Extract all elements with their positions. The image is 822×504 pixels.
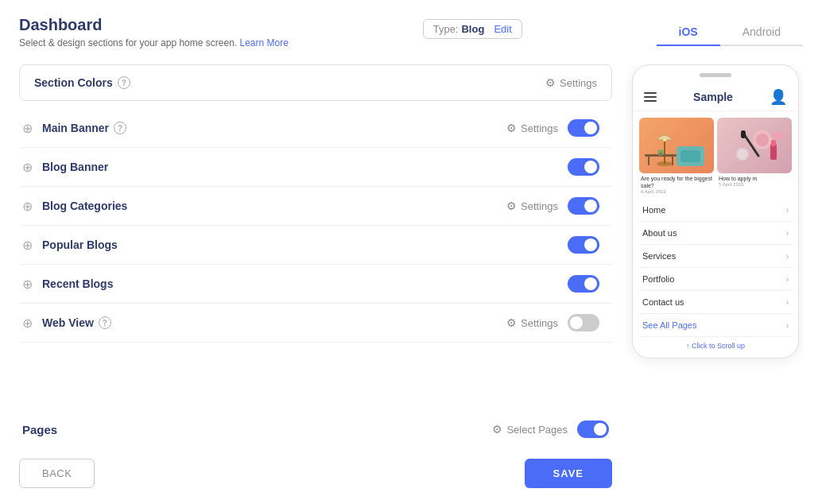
phone-menu-item-portfolio[interactable]: Portfolio › — [639, 268, 792, 291]
learn-more-link[interactable]: Learn More — [240, 37, 289, 48]
phone-frame: Sample 👤 — [632, 64, 799, 359]
blog-image-1 — [639, 118, 714, 173]
phone-menu: Home › About us › Services › Portfolio › — [633, 199, 798, 337]
drag-handle-blog-categories[interactable]: ⊕ — [22, 199, 33, 214]
phone-menu-item-home[interactable]: Home › — [639, 199, 792, 222]
recent-blogs-label: Recent Blogs — [42, 277, 113, 290]
section-colors-label: Section Colors — [34, 76, 113, 89]
blog-categories-label: Blog Categories — [42, 200, 127, 212]
sections-list: ⊕ Main Banner ? ⚙ Settings — [19, 109, 612, 406]
svg-point-18 — [772, 132, 785, 140]
blog1-date: 6 April 2019 — [641, 189, 712, 194]
blog-image-2-svg — [719, 124, 790, 168]
main-banner-toggle[interactable] — [568, 119, 599, 137]
svg-rect-9 — [659, 153, 662, 156]
hamburger-icon[interactable] — [644, 92, 657, 102]
blog-item-1: Are you ready for the biggest sale? 6 Ap… — [639, 118, 714, 196]
pages-row: Pages ⚙ Select Pages — [19, 409, 612, 449]
popular-blogs-label: Popular Blogs — [42, 238, 118, 251]
section-item-blog-categories: ⊕ Blog Categories ⚙ Settings — [19, 187, 612, 226]
page-subtitle: Select & design sections for your app ho… — [19, 37, 289, 48]
phone-menu-item-about[interactable]: About us › — [639, 222, 792, 245]
svg-point-1 — [657, 161, 673, 166]
chevron-icon: › — [786, 206, 789, 215]
select-pages-gear-icon: ⚙ — [492, 423, 502, 436]
web-view-help-icon[interactable]: ? — [99, 316, 111, 329]
blog1-caption: Are you ready for the biggest sale? — [641, 175, 712, 189]
platform-tabs: iOS Android — [657, 19, 803, 46]
drag-handle-popular-blogs[interactable]: ⊕ — [22, 238, 33, 253]
tab-ios[interactable]: iOS — [657, 19, 720, 46]
phone-notch — [633, 73, 798, 77]
blog-banner-toggle[interactable] — [568, 158, 599, 176]
section-item-blog-banner: ⊕ Blog Banner — [19, 148, 612, 187]
svg-point-17 — [738, 149, 747, 159]
footer-buttons: BACK SAVE — [19, 459, 612, 488]
blog-categories-settings[interactable]: ⚙ Settings — [506, 200, 558, 212]
phone-sample-title: Sample — [693, 91, 733, 103]
blog2-caption: How to apply m — [719, 175, 790, 182]
type-label: Type: — [433, 23, 459, 35]
section-item-web-view: ⊕ Web View ? ⚙ Settings — [19, 304, 612, 343]
blog-image-1-svg — [641, 124, 712, 168]
main-banner-settings[interactable]: ⚙ Settings — [506, 122, 558, 134]
svg-rect-13 — [741, 130, 746, 138]
drag-handle-web-view[interactable]: ⊕ — [22, 316, 33, 331]
phone-menu-item-see-all[interactable]: See All Pages › — [639, 314, 792, 337]
chevron-icon: › — [786, 298, 789, 307]
drag-handle-recent-blogs[interactable]: ⊕ — [22, 277, 33, 292]
section-colors-help-icon[interactable]: ? — [118, 76, 130, 89]
select-pages-button[interactable]: ⚙ Select Pages — [492, 423, 568, 436]
main-banner-help-icon[interactable]: ? — [114, 122, 126, 134]
chevron-icon: › — [786, 229, 789, 238]
pages-toggle[interactable] — [577, 421, 609, 438]
scroll-hint[interactable]: ↑ Click to Scroll up — [633, 337, 798, 358]
type-value: Blog — [461, 23, 484, 35]
section-colors-settings[interactable]: ⚙ Settings — [545, 76, 597, 89]
svg-point-11 — [756, 134, 769, 146]
page-title: Dashboard — [19, 16, 289, 34]
blog-banner-label: Blog Banner — [42, 161, 108, 173]
phone-preview: Sample 👤 — [628, 64, 803, 488]
recent-blogs-toggle[interactable] — [568, 275, 599, 293]
popular-blogs-toggle[interactable] — [568, 236, 599, 254]
blog-categories-gear-icon: ⚙ — [506, 200, 517, 212]
web-view-settings[interactable]: ⚙ Settings — [506, 316, 558, 329]
notch-bar — [700, 73, 731, 77]
blog2-date: 5 April 2019 — [719, 182, 790, 187]
svg-rect-7 — [680, 150, 700, 162]
phone-topbar: Sample 👤 — [633, 83, 798, 111]
web-view-gear-icon: ⚙ — [506, 316, 517, 329]
svg-point-2 — [663, 138, 666, 142]
edit-button[interactable]: Edit — [494, 23, 511, 35]
section-item-recent-blogs: ⊕ Recent Blogs — [19, 265, 612, 304]
drag-handle-main-banner[interactable]: ⊕ — [22, 121, 33, 136]
section-item-main-banner: ⊕ Main Banner ? ⚙ Settings — [19, 109, 612, 148]
web-view-label: Web View — [42, 316, 94, 329]
web-view-toggle[interactable] — [568, 314, 599, 331]
gear-icon: ⚙ — [545, 76, 556, 89]
blog-images: Are you ready for the biggest sale? 6 Ap… — [633, 111, 798, 199]
main-banner-gear-icon: ⚙ — [506, 122, 517, 134]
section-item-popular-blogs: ⊕ Popular Blogs — [19, 226, 612, 265]
main-banner-label: Main Banner — [42, 122, 109, 134]
section-colors-bar: Section Colors ? ⚙ Settings — [19, 64, 612, 101]
phone-menu-item-contact[interactable]: Contact us › — [639, 291, 792, 314]
blog-image-2 — [717, 118, 792, 173]
save-button[interactable]: SAVE — [525, 459, 612, 488]
blog-categories-toggle[interactable] — [568, 197, 599, 215]
svg-rect-15 — [771, 140, 776, 146]
chevron-icon: › — [786, 275, 789, 284]
blog-item-2: How to apply m 5 April 2019 — [717, 118, 792, 196]
chevron-icon-see-all: › — [786, 321, 789, 330]
pages-label: Pages — [22, 423, 492, 436]
tab-android[interactable]: Android — [720, 19, 803, 46]
drag-handle-blog-banner[interactable]: ⊕ — [22, 160, 33, 175]
back-button[interactable]: BACK — [19, 459, 95, 488]
chevron-icon: › — [786, 252, 789, 261]
phone-menu-item-services[interactable]: Services › — [639, 245, 792, 268]
user-icon: 👤 — [770, 88, 787, 106]
